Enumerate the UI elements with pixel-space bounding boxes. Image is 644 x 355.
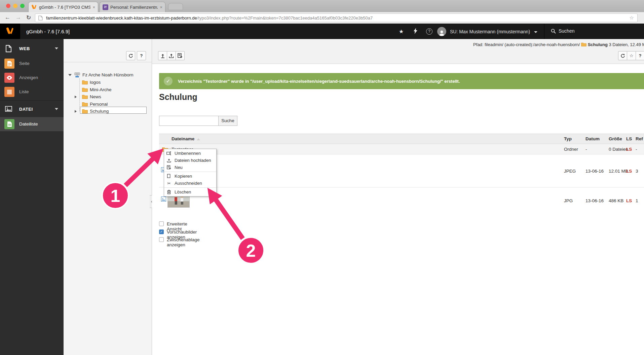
tree-help-button[interactable]: ?	[137, 51, 146, 60]
tree-panel-header: ?	[64, 39, 152, 62]
menu-item-neu[interactable]: Neu	[164, 164, 216, 171]
tab-close-icon[interactable]: ×	[160, 5, 162, 10]
tree-item-label: logos	[90, 80, 101, 85]
menu-item-loeschen[interactable]: Löschen	[164, 188, 216, 196]
tab-title: gGmbh - 7.6 [TYPO3 CMS	[39, 5, 90, 10]
level-up-button[interactable]	[158, 51, 167, 60]
new-button[interactable]	[176, 51, 185, 60]
shortcut-button[interactable]: ☆	[627, 51, 636, 60]
file-datum: 13-06-16	[585, 198, 604, 203]
sidebar-item-label: Seite	[19, 61, 30, 66]
forward-icon[interactable]: →	[15, 14, 21, 21]
refresh-icon	[128, 54, 133, 58]
search-input[interactable]	[159, 116, 219, 126]
chevron-down-icon	[55, 47, 58, 49]
ls-link[interactable]: LS	[626, 169, 632, 174]
menu-item-label: Löschen	[175, 189, 191, 194]
traffic-minimize-button[interactable]	[13, 4, 17, 8]
cut-icon: ✂	[166, 181, 172, 186]
browser-tab-inactive[interactable]: iT Personal: Familienzentrum ×	[100, 2, 165, 12]
bookmarks-icon[interactable]: ★	[399, 28, 404, 35]
upload-icon	[166, 158, 172, 163]
traffic-close-button[interactable]	[6, 4, 10, 8]
trash-icon	[166, 190, 172, 194]
upload-icon	[169, 54, 174, 58]
column-ls[interactable]: LS	[626, 136, 632, 141]
menu-item-umbenennen[interactable]: Umbenennen	[164, 150, 216, 157]
web-module-icon	[5, 45, 12, 54]
ls-link[interactable]: LS	[626, 147, 632, 152]
menu-item-kopieren[interactable]: Kopieren	[164, 173, 216, 180]
checkbox-checked[interactable]: ✓	[159, 229, 164, 234]
checkbox-unchecked[interactable]	[159, 237, 164, 242]
sidebar-item-liste[interactable]: Liste	[0, 85, 64, 99]
screen: gGmbh - 7.6 [TYPO3 CMS × iT Personal: Fa…	[0, 0, 644, 355]
url-text: familienzentrum-kleeblatt-wiedenbrueck.k…	[46, 15, 373, 21]
module-group-label: WEB	[19, 46, 30, 51]
refresh-icon	[620, 54, 625, 58]
expand-icon[interactable]	[75, 96, 77, 98]
separator	[544, 24, 544, 39]
back-icon[interactable]: ←	[5, 14, 10, 21]
success-message: ✓ Verzeichnis "Testordner" wurde in "/us…	[159, 73, 644, 89]
folder-icon	[82, 80, 88, 85]
topbar-search[interactable]: Suchen	[551, 28, 574, 34]
table-row-jpg[interactable]: JPG 13-06-16 486 KB LS 1	[159, 187, 644, 216]
column-ref[interactable]: Ref	[636, 136, 643, 141]
ls-link[interactable]: LS	[626, 198, 632, 203]
typo3-topbar: gGmbh - 7.6 [7.6.9] ★ ? SU: Max Musterma…	[0, 24, 644, 39]
column-groesse[interactable]: Größe	[609, 136, 622, 141]
collapse-icon[interactable]	[68, 74, 72, 76]
new-tab-button[interactable]	[168, 3, 183, 10]
module-group-web[interactable]: WEB	[0, 42, 64, 55]
file-groesse: 486 KB	[609, 198, 623, 203]
chevron-down-icon	[55, 108, 58, 110]
reload-button[interactable]	[618, 51, 627, 60]
search-button[interactable]: Suche	[218, 116, 237, 126]
rename-icon	[166, 151, 172, 155]
module-group-datei[interactable]: DATEI	[0, 103, 64, 116]
expand-icon[interactable]	[75, 110, 77, 113]
file-table: Dateiname Typ Datum Größe LS Ref Testord…	[159, 134, 644, 216]
file-typ: Ordner	[564, 147, 578, 152]
help-button[interactable]: ?	[636, 51, 644, 60]
file-ref: 3	[636, 169, 638, 174]
context-menu: Umbenennen Dateien hochladen Neu Kopiere…	[164, 149, 217, 197]
bookmark-star-icon[interactable]: ☆	[630, 15, 634, 21]
column-typ[interactable]: Typ	[564, 136, 572, 141]
sidebar-item-seite[interactable]: Seite	[0, 57, 64, 71]
menu-item-dateien-hochladen[interactable]: Dateien hochladen	[164, 157, 216, 164]
avatar[interactable]	[437, 27, 446, 36]
list-module-icon	[4, 87, 14, 97]
typo3-logo[interactable]	[0, 24, 20, 39]
upload-button[interactable]	[167, 51, 176, 60]
table-row-testordner[interactable]: Testordner Ordner - 0 Dateien LS -	[159, 144, 644, 154]
traffic-zoom-button[interactable]	[20, 4, 25, 8]
chevron-down-icon	[534, 31, 537, 33]
tree-item-label: News	[90, 94, 101, 99]
sidebar-item-label: Dateiliste	[19, 121, 38, 127]
sidebar-item-anzeigen[interactable]: Anzeigen	[0, 71, 64, 85]
new-document-icon	[178, 53, 183, 58]
column-datum[interactable]: Datum	[585, 136, 600, 141]
address-bar[interactable]: familienzentrum-kleeblatt-wiedenbrueck.k…	[35, 13, 638, 22]
reload-icon[interactable]: ↻	[26, 14, 31, 21]
checkbox-unchecked[interactable]	[159, 221, 164, 226]
menu-item-ausschneiden[interactable]: ✂ Ausschneiden	[164, 180, 216, 187]
page-module-icon	[4, 59, 14, 69]
user-menu[interactable]: SU: Max Mustermann (mmustermann)	[450, 29, 537, 34]
file-datum: -	[585, 147, 587, 152]
browser-tab-active[interactable]: gGmbh - 7.6 [TYPO3 CMS ×	[28, 2, 98, 12]
help-icon[interactable]: ?	[426, 28, 432, 35]
folder-icon	[82, 95, 88, 100]
clear-cache-icon[interactable]	[414, 28, 417, 35]
tree-refresh-button[interactable]	[126, 51, 135, 60]
folder-icon	[82, 109, 88, 114]
file-ref: -	[636, 147, 637, 152]
tab-close-icon[interactable]: ×	[92, 5, 95, 10]
menu-separator	[164, 172, 216, 172]
sidebar-item-dateiliste[interactable]: Dateiliste	[0, 117, 64, 131]
file-typ: JPG	[564, 198, 573, 203]
column-dateiname[interactable]: Dateiname	[172, 136, 200, 141]
table-row-jpeg[interactable]: JPEG 13-06-16 12.01 MB LS 3	[159, 154, 644, 187]
